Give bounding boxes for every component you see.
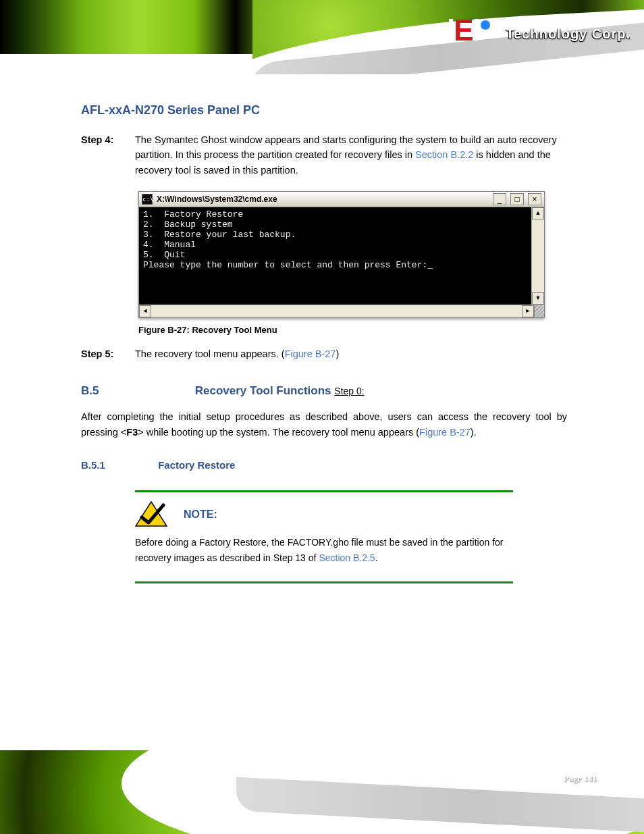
logo-mark: iEi — [447, 14, 490, 47]
subsection-heading: B.5.1 Factory Restore — [81, 457, 567, 473]
scroll-right-icon[interactable]: ► — [522, 305, 534, 317]
cmd-line: Please type the number to select and the… — [143, 260, 433, 270]
step5-text: The recovery tool menu appears. ( — [135, 348, 285, 359]
figure-link[interactable]: Figure B-27 — [419, 427, 471, 438]
section-heading: B.5 Recovery Tool Functions Step 0: — [81, 382, 567, 400]
section-paragraph: After completing the initial setup proce… — [81, 409, 567, 440]
cmd-title: X:\Windows\System32\cmd.exe — [157, 193, 489, 206]
scroll-track[interactable] — [151, 305, 522, 317]
warning-check-icon — [135, 501, 167, 527]
page-number: Page 141 — [564, 773, 597, 784]
cmd-line: 4. Manual — [143, 240, 196, 250]
note-text: Before doing a Factory Restore, the FACT… — [135, 535, 513, 565]
minimize-button[interactable]: _ — [493, 193, 506, 205]
step-label: Step 5: — [81, 346, 135, 361]
cmd-line: 5. Quit — [143, 250, 185, 260]
figure-cmd-window: c:\ X:\Windows\System32\cmd.exe _ □ × 1.… — [138, 191, 545, 337]
top-banner: iEi ® Technology Corp. — [0, 0, 644, 74]
section-title: Recovery Tool Functions — [195, 384, 335, 397]
maximize-button[interactable]: □ — [510, 193, 524, 205]
step-body: The Symantec Ghost window appears and st… — [135, 132, 567, 178]
step-4: Step 4: The Symantec Ghost window appear… — [81, 132, 567, 178]
horizontal-scrollbar[interactable]: ◄ ► — [139, 305, 544, 317]
section-link[interactable]: Section B.2.5 — [319, 552, 375, 563]
scroll-left-icon[interactable]: ◄ — [139, 305, 151, 317]
scroll-up-icon[interactable]: ▲ — [532, 207, 544, 219]
section-underline: Step 0: — [334, 386, 364, 396]
cmd-body-wrap: 1. Factory Restore 2. Backup system 3. R… — [139, 207, 544, 305]
cmd-line: 2. Backup system — [143, 219, 233, 230]
logo: iEi ® Technology Corp. — [447, 14, 630, 47]
subsection-title: Factory Restore — [158, 459, 235, 471]
step5-after: ) — [336, 348, 339, 359]
step-label: Step 4: — [81, 132, 135, 178]
figure-caption: Figure B-27: Recovery Tool Menu — [138, 323, 545, 337]
cmd-titlebar: c:\ X:\Windows\System32\cmd.exe _ □ × — [139, 192, 544, 207]
page-content: AFL-xxA-N270 Series Panel PC Step 4: The… — [81, 101, 567, 596]
bottom-banner — [0, 750, 644, 834]
logo-dot-icon — [481, 20, 490, 30]
figure-link[interactable]: Figure B-27 — [285, 348, 336, 359]
step-5: Step 5: The recovery tool menu appears. … — [81, 346, 567, 361]
close-button[interactable]: × — [528, 193, 541, 205]
resize-grip-icon[interactable] — [534, 305, 544, 317]
cmd-line: 3. Restore your last backup. — [143, 230, 296, 240]
note-title: NOTE: — [184, 506, 217, 523]
vertical-scrollbar[interactable]: ▲ ▼ — [531, 207, 544, 305]
section-number: B.5 — [81, 382, 192, 400]
subsection-number: B.5.1 — [81, 457, 155, 473]
cmd-line: 1. Factory Restore — [143, 209, 243, 219]
product-title: AFL-xxA-N270 Series Panel PC — [81, 101, 567, 120]
cmd-body: 1. Factory Restore 2. Backup system 3. R… — [139, 207, 531, 305]
logo-tagline: Technology Corp. — [506, 26, 630, 42]
note-header: NOTE: — [135, 501, 513, 527]
cmd-app-icon: c:\ — [142, 194, 153, 205]
note-block: NOTE: Before doing a Factory Restore, th… — [135, 490, 513, 583]
registered-icon: ® — [490, 22, 502, 41]
circuit-decoration-left — [0, 0, 277, 54]
section-link[interactable]: Section B.2.2 — [415, 149, 473, 160]
step-body: The recovery tool menu appears. (Figure … — [135, 346, 567, 361]
cmd-window: c:\ X:\Windows\System32\cmd.exe _ □ × 1.… — [138, 191, 545, 318]
scroll-down-icon[interactable]: ▼ — [532, 292, 544, 305]
